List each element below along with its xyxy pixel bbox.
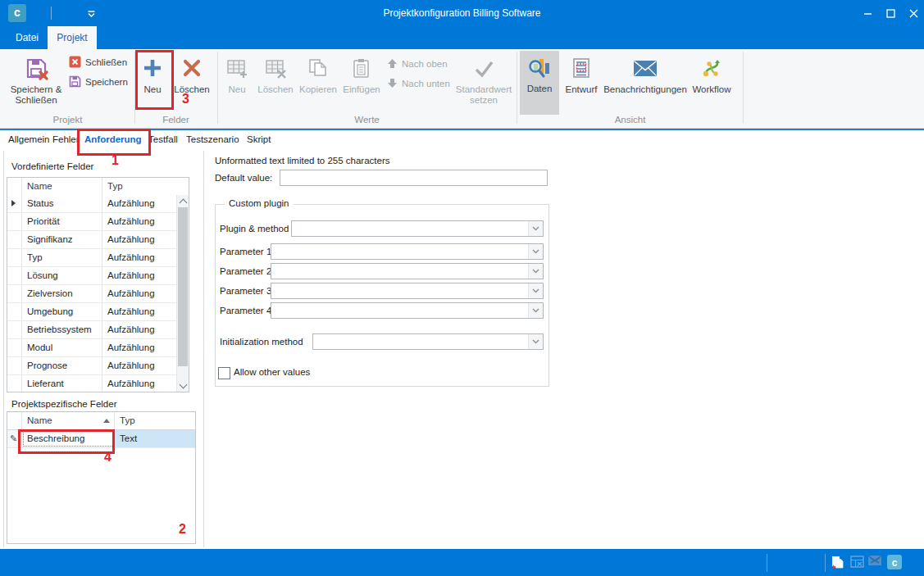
custom-plugin-legend: Custom plugin: [225, 198, 294, 208]
header-name[interactable]: Name: [22, 178, 102, 195]
combo-dropdown-button[interactable]: [528, 264, 543, 279]
scrollbar-thumb[interactable]: [178, 207, 188, 366]
parameter-3-combobox[interactable]: [271, 283, 544, 299]
allow-other-values-label: Allow other values: [234, 367, 310, 377]
checkmark-icon: [473, 52, 495, 84]
save-project-button[interactable]: Speichern: [69, 74, 128, 90]
field-name-cell: Lösung: [22, 267, 102, 284]
default-value-label: Default value:: [215, 173, 272, 183]
chevron-down-icon: [532, 269, 539, 274]
tab-testszenario[interactable]: Testszenario: [186, 134, 239, 144]
initialization-method-combobox[interactable]: [312, 333, 544, 350]
project-specific-fields-title: Projektspezifische Felder: [11, 399, 116, 409]
table-row[interactable]: TypAufzählung: [7, 249, 177, 267]
delete-value-button: Löschen: [255, 52, 296, 95]
parameter-2-combobox[interactable]: [271, 263, 544, 279]
combo-dropdown-button[interactable]: [528, 221, 543, 236]
table-row[interactable]: PrognoseAufzählung: [7, 357, 177, 375]
minimize-button[interactable]: [858, 5, 877, 21]
field-type-cell: Aufzählung: [102, 195, 177, 212]
parameter-4-combobox[interactable]: [271, 302, 544, 319]
table-row[interactable]: StatusAufzählung: [7, 195, 177, 213]
table-row[interactable]: UmgebungAufzählung: [7, 303, 177, 321]
row-selector-cell: [7, 267, 22, 284]
ribbon-tab-datei[interactable]: Datei: [7, 26, 48, 49]
table-row[interactable]: ModulAufzählung: [7, 339, 177, 357]
group-label-werte: Werte: [217, 115, 517, 125]
paste-icon: [351, 52, 373, 84]
workflow-button[interactable]: Workflow: [692, 52, 731, 95]
group-label-ansicht: Ansicht: [517, 115, 743, 125]
annotation-number-1: 1: [112, 153, 119, 168]
table-row[interactable]: LieferantAufzählung: [7, 375, 177, 392]
table-row[interactable]: LösungAufzählung: [7, 267, 177, 285]
parameter-1-combobox[interactable]: [271, 243, 544, 260]
chevron-down-icon: [532, 308, 539, 313]
plugin-method-combobox[interactable]: [291, 220, 544, 237]
field-type-cell: Aufzählung: [102, 339, 177, 356]
title-bar: c Projektkonfiguration Billing Software: [0, 0, 924, 26]
copy-value-button: Kopieren: [296, 52, 340, 95]
tab-allgemein[interactable]: Allgemein: [8, 134, 50, 144]
combo-dropdown-button[interactable]: [528, 244, 543, 259]
field-name-cell: Umgebung: [22, 303, 102, 320]
header-name-sorted[interactable]: Name: [22, 412, 115, 429]
scrollbar-down-button[interactable]: [177, 379, 189, 392]
initialization-method-label: Initialization method: [220, 337, 303, 347]
combo-dropdown-button[interactable]: [528, 283, 543, 298]
tab-fehler[interactable]: Fehler: [52, 134, 80, 144]
table-row[interactable]: ZielversionAufzählung: [7, 285, 177, 303]
header-typ[interactable]: Typ: [102, 178, 189, 195]
copy-pages-icon[interactable]: [831, 555, 845, 569]
field-type-cell: Aufzählung: [102, 213, 177, 230]
svg-text:c: c: [892, 557, 898, 569]
allow-other-values-checkbox[interactable]: [218, 367, 230, 379]
table-row[interactable]: SignifikanzAufzählung: [7, 231, 177, 249]
design-view-icon: [570, 52, 593, 84]
field-name-cell: Modul: [22, 339, 102, 356]
row-selector-cell: [7, 213, 22, 230]
move-up-button: Nach oben: [387, 56, 448, 72]
chevron-down-icon: [179, 380, 187, 388]
chevron-down-icon: [532, 249, 539, 254]
delete-field-button[interactable]: Löschen: [171, 52, 213, 95]
mail-disabled-icon[interactable]: [867, 555, 882, 566]
ribbon-tab-projekt[interactable]: Projekt: [48, 26, 97, 49]
row-selector-cell: [7, 339, 22, 356]
close-icon: [909, 9, 918, 18]
row-selector-cell: [7, 303, 22, 320]
field-type-cell: Aufzählung: [102, 249, 177, 266]
application-window: c Projektkonfiguration Billing Software …: [0, 0, 924, 576]
move-down-button: Nach unten: [387, 75, 450, 92]
tab-testfall[interactable]: Testfall: [148, 134, 178, 144]
close-button[interactable]: [904, 5, 923, 21]
close-project-button[interactable]: Schließen: [69, 54, 127, 70]
delete-x-icon: [181, 52, 203, 84]
notifications-button[interactable]: Benachrichtigungen: [602, 52, 689, 95]
scrollbar-up-button[interactable]: [177, 195, 189, 207]
table-row[interactable]: PrioritätAufzählung: [7, 213, 177, 231]
table-icon[interactable]: [850, 555, 864, 569]
tab-skript[interactable]: Skript: [247, 134, 271, 144]
chevron-down-icon: [532, 226, 539, 231]
header-typ[interactable]: Typ: [115, 412, 195, 429]
app-logo: c: [887, 555, 902, 569]
maximize-button[interactable]: [881, 5, 900, 21]
field-name-cell: Lieferant: [22, 375, 102, 392]
row-selector-cell: [7, 249, 22, 266]
predefined-fields-table: Name Typ StatusAufzählungPrioritätAufzäh…: [7, 177, 189, 392]
combo-dropdown-button[interactable]: [528, 303, 543, 318]
combo-dropdown-button[interactable]: [528, 334, 543, 349]
group-separator: [517, 52, 517, 124]
row-selector-cell: [7, 375, 22, 392]
field-type-cell: Aufzählung: [102, 303, 177, 320]
design-view-button[interactable]: Entwurf: [564, 52, 599, 95]
chevron-down-icon: [532, 288, 539, 293]
default-value-input[interactable]: [280, 170, 548, 186]
arrow-up-icon: [387, 58, 398, 70]
table-row[interactable]: BetriebssystemAufzählung: [7, 321, 177, 339]
vertical-scrollbar[interactable]: [176, 195, 189, 392]
data-view-button[interactable]: Daten: [520, 51, 559, 115]
save-and-close-button[interactable]: Speichern & Schließen: [7, 52, 66, 106]
parameter-2-label: Parameter 2: [220, 266, 271, 276]
